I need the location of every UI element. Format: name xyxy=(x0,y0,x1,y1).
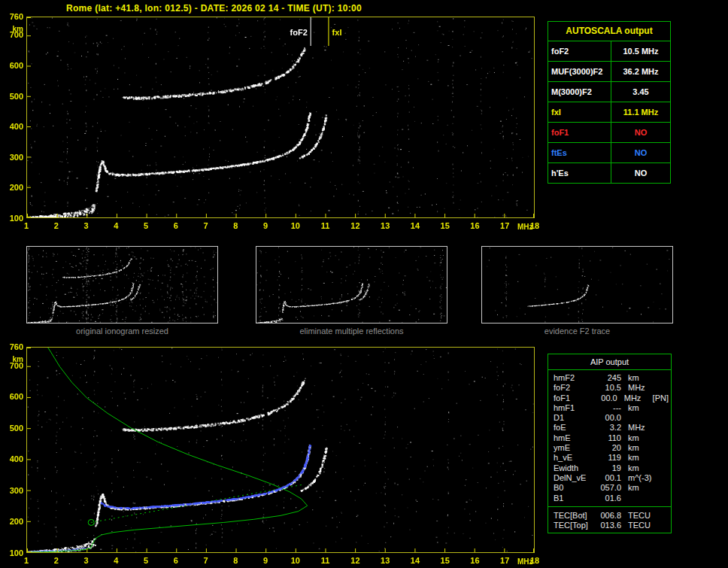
y-tick-label: 600 xyxy=(1,61,23,70)
parameter-unit: km xyxy=(621,463,655,473)
y-tick-label: 200 xyxy=(1,517,23,526)
ionogram-plot-bottom xyxy=(26,347,535,553)
aip-table-separator xyxy=(548,506,671,507)
parameter-value: 11.1 MHz xyxy=(611,102,670,122)
parameter-flag xyxy=(655,494,658,503)
parameter-flag xyxy=(655,403,658,413)
x-tick-label: 7 xyxy=(204,221,208,230)
parameter-name: DelN_vE xyxy=(554,473,596,483)
x-tick-label: 1 xyxy=(24,221,29,230)
x-tick-label: 11 xyxy=(321,556,330,565)
x-axis-unit-label: MHz xyxy=(517,557,533,566)
x-tick-label: 17 xyxy=(500,221,509,230)
y-tick-label: 100 xyxy=(1,214,23,223)
parameter-unit xyxy=(621,413,655,423)
aip-row-yme: ymE20km xyxy=(554,443,669,453)
parameter-unit: m^(-3) xyxy=(621,473,655,483)
y-tick-label: 700 xyxy=(1,30,23,39)
y-tick-label: 760 xyxy=(1,342,23,351)
parameter-value: 245 xyxy=(596,373,621,383)
y-tick-label: 300 xyxy=(1,486,23,495)
parameter-unit: km xyxy=(621,373,655,383)
parameter-name: ftEs xyxy=(548,143,611,163)
parameter-flag: [PN] xyxy=(650,393,669,403)
y-tick-label: 760 xyxy=(1,12,23,21)
parameter-name: hmF2 xyxy=(554,373,596,383)
x-tick-label: 2 xyxy=(54,221,59,230)
parameter-flag xyxy=(655,463,658,473)
parameter-flag xyxy=(655,483,658,493)
parameter-name: foE xyxy=(554,423,596,433)
aip-row-tec-bot-: TEC[Bot]006.8TECU xyxy=(554,511,669,521)
x-tick-label: 3 xyxy=(83,221,88,230)
y-tick-label: 100 xyxy=(1,548,23,557)
thumbnail-original-canvas xyxy=(27,247,217,323)
parameter-name: hmF1 xyxy=(554,403,596,413)
aip-row-deln-ve: DelN_vE00.1m^(-3) xyxy=(554,473,669,483)
parameter-flag xyxy=(655,443,658,453)
parameter-value: 01.6 xyxy=(596,494,621,503)
y-tick-label: 300 xyxy=(1,153,23,162)
x-tick-label: 2 xyxy=(54,556,59,565)
thumbnail-caption-original: original ionogram resized xyxy=(26,327,218,336)
y-axis-unit-label: km xyxy=(1,355,23,363)
x-tick-label: 14 xyxy=(411,221,420,230)
parameter-flag xyxy=(655,383,658,393)
autoscala-screen: { "header": { "title": "Rome (lat: +41.8… xyxy=(0,0,728,568)
x-tick-label: 17 xyxy=(500,556,509,565)
parameter-value: 006.8 xyxy=(596,511,621,521)
aip-table-title: AIP output xyxy=(548,354,671,370)
parameter-name: foF2 xyxy=(554,383,596,393)
aip-output-table: AIP output hmF2245kmfoF210.5MHzfoF100.0M… xyxy=(548,354,672,533)
autoscala-row-h-es: h'EsNO xyxy=(548,163,670,183)
parameter-value: 057.0 xyxy=(596,483,621,493)
parameter-value: 3.45 xyxy=(611,82,670,102)
parameter-value: 00.1 xyxy=(596,473,621,483)
parameter-value: 3.2 xyxy=(596,423,621,433)
aip-tec-rows: TEC[Bot]006.8TECUTEC[Top]013.6TECU xyxy=(548,508,671,533)
autoscala-row-fxi: fxI11.1 MHz xyxy=(548,102,670,123)
parameter-name: D1 xyxy=(554,413,596,423)
x-axis-unit-label: MHz xyxy=(517,223,533,231)
parameter-flag xyxy=(655,423,658,433)
x-tick-label: 16 xyxy=(470,221,479,230)
parameter-name: h'Es xyxy=(548,163,611,183)
parameter-flag xyxy=(655,473,658,483)
parameter-name: foF1 xyxy=(548,123,611,142)
page-title: Rome (lat: +41.8, lon: 012.5) - DATE: 20… xyxy=(66,3,362,14)
parameter-value: --- xyxy=(596,403,621,413)
y-tick-label: 400 xyxy=(1,454,23,463)
x-tick-label: 18 xyxy=(530,556,539,565)
x-tick-label: 1 xyxy=(24,556,29,565)
aip-table-rows: hmF2245kmfoF210.5MHzfoF100.0MHz[PN]hmF1-… xyxy=(548,370,671,506)
parameter-name: TEC[Bot] xyxy=(554,511,596,521)
parameter-name: B1 xyxy=(554,494,596,503)
y-tick-label: 400 xyxy=(1,122,23,131)
aip-row-b0: B0057.0km xyxy=(554,483,669,493)
aip-row-hmf1: hmF1---km xyxy=(554,403,669,413)
x-tick-label: 12 xyxy=(350,556,359,565)
x-tick-label: 4 xyxy=(114,221,118,230)
x-tick-label: 5 xyxy=(144,221,148,230)
parameter-value: 00.0 xyxy=(596,413,621,423)
x-tick-label: 9 xyxy=(263,556,268,565)
x-tick-label: 8 xyxy=(233,556,238,565)
thumbnail-eliminate-reflections xyxy=(256,246,447,323)
parameter-value: 110 xyxy=(596,433,621,443)
parameter-value: 00.0 xyxy=(594,393,617,403)
aip-row-fof2: foF210.5MHz xyxy=(554,383,669,393)
aip-row-ewidth: Ewidth19km xyxy=(554,463,669,473)
parameter-name: MUF(3000)F2 xyxy=(548,62,611,81)
x-tick-label: 18 xyxy=(530,221,539,230)
parameter-unit: km xyxy=(621,483,655,493)
autoscala-row-m-3000-f2: M(3000)F23.45 xyxy=(548,82,670,102)
parameter-flag xyxy=(655,433,658,443)
y-tick-label: 600 xyxy=(1,392,23,401)
parameter-name: hmE xyxy=(554,433,596,443)
ionogram-bottom-canvas xyxy=(27,348,534,552)
autoscala-output-table: AUTOSCALA output foF210.5 MHzMUF(3000)F2… xyxy=(548,21,671,184)
thumbnail-caption-eliminate: eliminate multiple reflections xyxy=(256,327,447,336)
parameter-name: ymE xyxy=(554,443,596,453)
parameter-unit: km xyxy=(621,403,655,413)
thumbnail-evidence-f2 xyxy=(481,246,673,323)
